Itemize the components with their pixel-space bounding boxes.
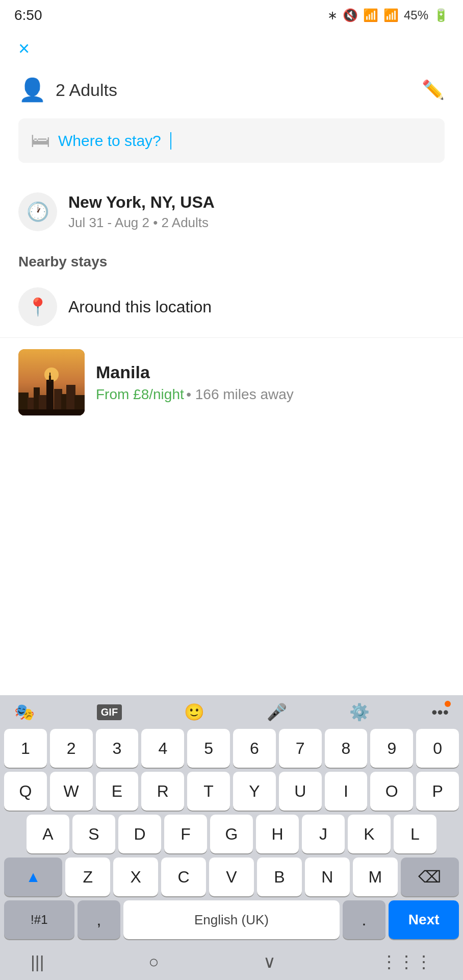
key-b[interactable]: B — [257, 857, 302, 896]
search-placeholder: Where to stay? — [58, 132, 161, 150]
battery-level: 45% — [404, 8, 428, 22]
keyboard-spacer — [0, 427, 463, 549]
key-i[interactable]: I — [325, 772, 368, 811]
key-m[interactable]: M — [353, 857, 398, 896]
mic-icon[interactable]: 🎤 — [267, 702, 287, 722]
adults-left: 👤 2 Adults — [18, 77, 117, 103]
key-s[interactable]: S — [72, 815, 115, 853]
recent-info: New York, NY, USA Jul 31 - Aug 2 • 2 Adu… — [68, 193, 215, 231]
key-r[interactable]: R — [141, 772, 184, 811]
city-price: From £8/night — [96, 386, 184, 402]
key-x[interactable]: X — [113, 857, 158, 896]
manila-item[interactable]: Manila From £8/night • 166 miles away — [0, 338, 463, 427]
key-c[interactable]: C — [161, 857, 206, 896]
next-key[interactable]: Next — [389, 900, 459, 939]
settings-icon[interactable]: ⚙️ — [349, 702, 370, 722]
city-info: Manila From £8/night • 166 miles away — [96, 362, 294, 403]
spacer — [0, 163, 463, 178]
space-key[interactable]: English (UK) — [123, 900, 339, 939]
home-nav-icon[interactable]: ○ — [148, 952, 159, 972]
key-g[interactable]: G — [210, 815, 253, 853]
key-n[interactable]: N — [305, 857, 350, 896]
recent-subtitle: Jul 31 - Aug 2 • 2 Adults — [68, 215, 215, 231]
key-7[interactable]: 7 — [279, 729, 322, 768]
city-name: Manila — [96, 362, 294, 382]
recents-nav-icon[interactable]: ∨ — [263, 951, 276, 972]
bottom-nav-bar: ||| ○ ∨ ⋮⋮⋮ — [0, 943, 463, 980]
backspace-key[interactable]: ⌫ — [401, 857, 459, 896]
nearby-section-label: Nearby stays — [0, 246, 463, 276]
recent-search-item[interactable]: 🕐 New York, NY, USA Jul 31 - Aug 2 • 2 A… — [0, 178, 463, 246]
key-y[interactable]: Y — [233, 772, 276, 811]
key-d[interactable]: D — [118, 815, 161, 853]
status-time: 6:50 — [14, 7, 42, 23]
svg-rect-8 — [49, 373, 50, 377]
key-0[interactable]: 0 — [416, 729, 459, 768]
key-p[interactable]: P — [416, 772, 459, 811]
qwerty-row: Q W E R T Y U I O P — [0, 770, 463, 813]
around-location-text: Around this location — [68, 298, 212, 316]
key-q[interactable]: Q — [4, 772, 47, 811]
back-nav-icon[interactable]: ||| — [31, 952, 44, 972]
adults-row: 👤 2 Adults ✏️ — [0, 66, 463, 113]
keyboard-nav-icon[interactable]: ⋮⋮⋮ — [380, 951, 432, 972]
svg-rect-13 — [18, 409, 85, 415]
key-u[interactable]: U — [279, 772, 322, 811]
person-icon: 👤 — [18, 77, 46, 103]
comma-key[interactable]: , — [78, 900, 121, 939]
notification-dot — [445, 701, 451, 707]
emoji-icon[interactable]: 🙂 — [184, 702, 204, 722]
key-k[interactable]: K — [348, 815, 391, 853]
key-2[interactable]: 2 — [50, 729, 93, 768]
header: × — [0, 29, 463, 66]
key-5[interactable]: 5 — [187, 729, 230, 768]
key-a[interactable]: A — [27, 815, 69, 853]
key-h[interactable]: H — [256, 815, 299, 853]
around-location-item[interactable]: 📍 Around this location — [0, 276, 463, 338]
close-button[interactable]: × — [18, 39, 30, 58]
gif-button[interactable]: GIF — [97, 704, 122, 720]
key-4[interactable]: 4 — [141, 729, 184, 768]
manila-thumbnail — [18, 349, 85, 415]
more-icon[interactable]: ••• — [431, 703, 449, 722]
keyboard-toolbar: 🎭 GIF 🙂 🎤 ⚙️ ••• — [0, 695, 463, 727]
svg-point-1 — [44, 368, 59, 382]
key-e[interactable]: E — [96, 772, 139, 811]
battery-icon: 🔋 — [433, 8, 449, 22]
pin-icon: 📍 — [27, 297, 48, 317]
key-f[interactable]: F — [164, 815, 207, 853]
period-key[interactable]: . — [343, 900, 386, 939]
text-cursor — [170, 132, 171, 150]
adults-count: 2 Adults — [56, 80, 117, 100]
status-bar: 6:50 ∗ 🔇 📶 📶 45% 🔋 — [0, 0, 463, 29]
wifi-icon: 📶 — [363, 8, 378, 22]
bed-icon: 🛏 — [31, 130, 50, 152]
special-key[interactable]: !#1 — [4, 900, 74, 939]
number-row: 1 2 3 4 5 6 7 8 9 0 — [0, 727, 463, 770]
key-w[interactable]: W — [50, 772, 93, 811]
key-3[interactable]: 3 — [96, 729, 139, 768]
key-6[interactable]: 6 — [233, 729, 276, 768]
signal-icon: 📶 — [383, 8, 399, 22]
bluetooth-icon: ∗ — [327, 8, 338, 22]
edit-button[interactable]: ✏️ — [422, 79, 445, 101]
shift-key[interactable]: ▲ — [4, 857, 62, 896]
keyboard-area: 🎭 GIF 🙂 🎤 ⚙️ ••• 1 2 3 4 5 6 7 8 9 0 Q W… — [0, 695, 463, 980]
key-t[interactable]: T — [187, 772, 230, 811]
key-v[interactable]: V — [209, 857, 254, 896]
search-box[interactable]: 🛏 Where to stay? — [18, 118, 445, 163]
key-z[interactable]: Z — [65, 857, 110, 896]
key-9[interactable]: 9 — [370, 729, 413, 768]
shift-arrow-icon: ▲ — [25, 868, 41, 886]
key-1[interactable]: 1 — [4, 729, 47, 768]
sticker-icon[interactable]: 🎭 — [14, 702, 35, 722]
key-l[interactable]: L — [394, 815, 436, 853]
key-o[interactable]: O — [370, 772, 413, 811]
city-distance: • 166 miles away — [186, 386, 294, 402]
key-j[interactable]: J — [302, 815, 345, 853]
history-icon: 🕐 — [27, 201, 49, 223]
key-8[interactable]: 8 — [325, 729, 368, 768]
recent-title: New York, NY, USA — [68, 193, 215, 212]
zxcv-row: ▲ Z X C V B N M ⌫ — [0, 855, 463, 898]
bottom-row: !#1 , English (UK) . Next — [0, 898, 463, 943]
